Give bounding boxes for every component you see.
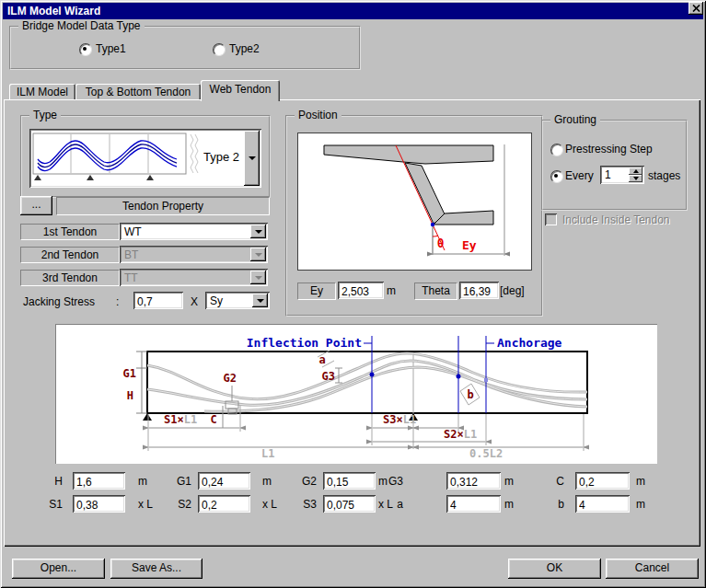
- param-g2-label: G2: [284, 475, 317, 488]
- ey-unit: m: [387, 284, 396, 297]
- every-label[interactable]: Every: [565, 169, 594, 182]
- theta-label: Theta: [422, 284, 450, 297]
- third-tendon-label-frame: 3rd Tendon: [20, 270, 120, 286]
- param-b-label: b: [531, 498, 564, 511]
- param-a-input[interactable]: [446, 495, 501, 513]
- open-button-label: Open...: [41, 561, 76, 574]
- jacking-unit-dropdown-button[interactable]: [252, 294, 268, 307]
- cancel-button[interactable]: Cancel: [606, 559, 699, 579]
- anchorage-dot: [484, 378, 488, 382]
- close-icon: [692, 5, 700, 12]
- ilm-model-wizard-dialog: ILM Model Wizard Bridge Model Data Type …: [0, 0, 706, 588]
- open-button[interactable]: Open...: [12, 559, 105, 579]
- a-label: a: [318, 353, 325, 366]
- spinner-up-button[interactable]: [629, 167, 642, 175]
- param-g3-input[interactable]: [446, 472, 501, 490]
- third-tendon-combo: TT: [120, 269, 268, 286]
- type2-radio[interactable]: [213, 43, 226, 56]
- spinner-down-button[interactable]: [629, 175, 642, 182]
- anchorage-label: Anchorage: [497, 336, 562, 350]
- second-tendon-label: 2nd Tendon: [41, 248, 99, 261]
- tab-web-tendon-label: Web Tendon: [210, 83, 272, 96]
- param-s2-unit: x L: [262, 498, 277, 511]
- param-c-input[interactable]: [575, 472, 630, 490]
- param-b-unit: m: [636, 498, 645, 511]
- include-inside-tendon-checkbox: [545, 213, 557, 225]
- param-a-unit: m: [504, 498, 514, 511]
- theta-label-frame: Theta: [414, 282, 457, 300]
- param-s3-input[interactable]: [323, 495, 376, 513]
- ok-button[interactable]: OK: [508, 559, 601, 579]
- s1-dim-label: S1×L1: [164, 413, 197, 426]
- s2-dim-label: S2×L1: [444, 428, 477, 441]
- type2-label[interactable]: Type2: [229, 42, 260, 55]
- b-label: b: [467, 388, 473, 401]
- param-s1-label: S1: [29, 498, 63, 511]
- g1-label: G1: [123, 367, 136, 380]
- save-as-button[interactable]: Save As...: [110, 559, 203, 579]
- browse-button[interactable]: ...: [20, 196, 52, 215]
- prestressing-step-label[interactable]: Prestressing Step: [565, 143, 653, 156]
- param-h-input[interactable]: [73, 472, 125, 490]
- jacking-stress-times: X: [191, 295, 198, 308]
- param-s2-input[interactable]: [198, 495, 250, 513]
- position-diagram-box: θ Ey: [297, 133, 532, 271]
- bridge-group-legend: Bridge Model Data Type: [18, 19, 145, 32]
- g2-label: G2: [224, 372, 237, 385]
- param-h-label: H: [29, 475, 63, 488]
- param-b-input[interactable]: [575, 495, 630, 513]
- inflection-point-dot: [370, 373, 375, 377]
- type1-radio[interactable]: [79, 43, 92, 56]
- first-tendon-value: WT: [124, 225, 142, 238]
- param-g1-label: G1: [158, 475, 191, 488]
- support-triangle-icon: [146, 175, 154, 180]
- tendon-property-button[interactable]: Tendon Property: [56, 197, 270, 215]
- type-group-legend: Type: [29, 109, 61, 121]
- param-s1-unit: x L: [138, 498, 153, 511]
- param-g1-input[interactable]: [198, 472, 250, 490]
- second-tendon-combo: BT: [120, 246, 268, 263]
- save-as-button-label: Save As...: [132, 561, 181, 574]
- bridge-model-data-type-group: Bridge Model Data Type Type1 Type2: [9, 26, 361, 70]
- jacking-stress-input[interactable]: [133, 292, 183, 309]
- param-g2-input[interactable]: [323, 472, 376, 490]
- tendon-curves: [147, 353, 587, 411]
- web-tendon-tab-page: Type Ty: [4, 99, 700, 547]
- support-triangle-icon: [87, 175, 94, 180]
- first-tendon-label: 1st Tendon: [43, 225, 98, 238]
- jacking-stress-label: Jacking Stress: [23, 295, 95, 308]
- second-tendon-value: BT: [124, 248, 138, 261]
- tendon-type-combo[interactable]: Type 2: [29, 129, 261, 188]
- type1-label[interactable]: Type1: [96, 42, 126, 55]
- web: [405, 163, 446, 224]
- tab-web-tendon[interactable]: Web Tendon: [201, 80, 280, 101]
- l1-span-label: L1: [261, 447, 274, 460]
- every-stages-spinner[interactable]: 1: [600, 166, 644, 184]
- type-dropdown-button[interactable]: [244, 131, 260, 186]
- every-radio[interactable]: [550, 170, 563, 183]
- theta-unit: [deg]: [500, 284, 525, 297]
- grouting-group: Grouting Prestressing Step Every 1 stage…: [541, 120, 688, 211]
- stages-label: stages: [648, 169, 680, 182]
- jacking-stress-unit-value: Sy: [210, 294, 223, 307]
- first-tendon-combo[interactable]: WT: [120, 223, 268, 240]
- jacking-stress-unit-combo[interactable]: Sy: [205, 292, 270, 309]
- inflection-point-dot: [457, 375, 461, 379]
- theta-symbol: θ: [437, 237, 444, 250]
- tab-top-bottom-tendon[interactable]: Top & Bottom Tendon: [75, 84, 201, 100]
- theta-input[interactable]: [459, 282, 499, 299]
- second-tendon-label-frame: 2nd Tendon: [20, 247, 120, 263]
- close-button[interactable]: [689, 2, 703, 15]
- ey-input[interactable]: [338, 282, 384, 299]
- param-s3-label: S3: [284, 498, 317, 511]
- first-tendon-dropdown-button[interactable]: [250, 225, 266, 238]
- third-tendon-label: 3rd Tendon: [42, 271, 98, 284]
- grouting-group-legend: Grouting: [550, 113, 600, 126]
- param-s1-input[interactable]: [73, 495, 125, 513]
- prestressing-step-radio[interactable]: [550, 144, 563, 156]
- tab-ilm-model[interactable]: ILM Model: [9, 84, 75, 100]
- s3-dim-label: S3×L1: [383, 413, 416, 426]
- break-squiggle: [191, 134, 193, 173]
- param-g3-unit: m: [504, 475, 514, 488]
- tendon-property-label: Tendon Property: [122, 200, 203, 213]
